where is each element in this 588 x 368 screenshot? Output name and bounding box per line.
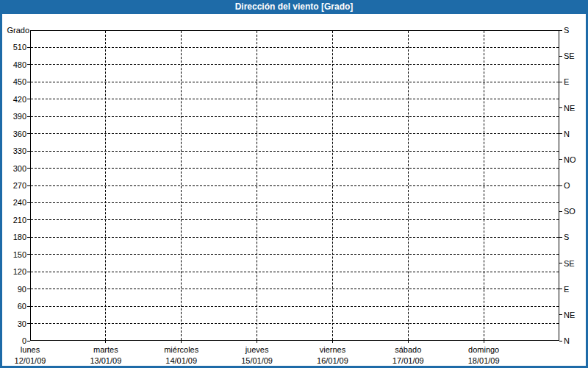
grid-line-horizontal: [31, 116, 559, 117]
y-right-tick-label: E: [564, 77, 569, 86]
y-right-tick-label: NE: [564, 104, 575, 113]
y-right-tick-label: SO: [564, 207, 576, 216]
x-date-label: 15/01/09: [241, 356, 273, 366]
y-left-tick: [27, 254, 30, 255]
y-left-tick-label: 390: [0, 112, 26, 121]
x-tick: [332, 341, 333, 343]
y-left-tick-label: 60: [0, 302, 26, 311]
y-right-tick-label: E: [564, 285, 569, 294]
grid-line-vertical: [484, 31, 484, 340]
y-right-tick-label: S: [564, 26, 569, 35]
y-left-tick-label: 450: [0, 77, 26, 86]
x-date-label: 14/01/09: [165, 356, 197, 366]
grid-line-horizontal: [31, 64, 559, 65]
y-left-tick-label: 90: [0, 285, 26, 294]
y-right-tick-label: O: [564, 181, 570, 190]
x-date-label: 13/01/09: [90, 356, 121, 366]
y-right-tick: [559, 314, 562, 315]
y-left-tick: [27, 219, 30, 220]
y-left-tick-label: 300: [0, 164, 26, 173]
y-right-tick-label: N: [564, 130, 570, 138]
grid-line-vertical: [181, 31, 182, 340]
y-right-tick-label: NO: [564, 155, 576, 164]
grid-line-horizontal: [31, 133, 559, 134]
x-day-label: sábado: [395, 345, 421, 355]
grid-line-horizontal: [31, 99, 559, 99]
y-left-tick: [27, 82, 30, 82]
x-tick: [408, 341, 409, 343]
y-right-tick: [559, 341, 562, 342]
y-left-tick: [27, 185, 30, 186]
y-right-tick: [559, 30, 562, 31]
y-right-tick: [559, 56, 562, 57]
y-left-tick: [27, 99, 30, 99]
y-left-tick-label: 210: [0, 216, 26, 224]
y-right-tick: [559, 211, 562, 212]
grid-line-horizontal: [31, 168, 559, 169]
grid-line-vertical: [332, 31, 333, 340]
y-right-tick-label: N: [564, 336, 570, 345]
y-left-tick: [27, 151, 30, 152]
chart-window: Dirección del viento [Grado] Grado 51048…: [0, 0, 588, 368]
x-tick: [257, 341, 257, 343]
y-right-tick-label: SE: [564, 259, 575, 268]
grid-line-horizontal: [31, 82, 559, 82]
y-left-tick: [27, 133, 30, 134]
grid-line-vertical: [257, 31, 257, 340]
x-tick: [181, 341, 182, 343]
y-left-tick: [27, 289, 30, 289]
y-right-tick: [559, 159, 562, 160]
grid-line-horizontal: [31, 47, 559, 48]
x-date-label: 17/01/09: [392, 356, 424, 366]
grid-line-horizontal: [31, 219, 559, 220]
y-left-tick-label: 360: [0, 130, 26, 138]
grid-line-horizontal: [31, 289, 559, 289]
y-left-tick-label: 240: [0, 198, 26, 207]
y-left-tick: [27, 323, 30, 324]
x-date-label: 16/01/09: [317, 356, 348, 366]
y-right-tick-label: SE: [564, 52, 575, 60]
y-left-tick: [27, 237, 30, 238]
chart-title: Dirección del viento [Grado]: [235, 1, 354, 12]
grid-line-horizontal: [31, 272, 559, 272]
y-axis-unit-label: Grado: [0, 26, 29, 35]
y-right-tick: [559, 289, 562, 289]
y-right-tick: [559, 82, 562, 82]
y-left-tick-label: 30: [0, 319, 26, 328]
grid-line-vertical: [408, 31, 409, 340]
grid-line-horizontal: [31, 323, 559, 324]
y-right-tick: [559, 185, 562, 186]
y-left-tick: [27, 272, 30, 272]
y-left-tick-label: 0: [0, 336, 26, 345]
y-right-tick: [559, 263, 562, 263]
y-left-tick: [27, 306, 30, 307]
x-day-label: domingo: [468, 345, 499, 355]
grid-line-vertical: [105, 31, 106, 340]
x-day-label: viernes: [320, 345, 345, 355]
title-bar: Dirección del viento [Grado]: [0, 0, 588, 14]
grid-line-horizontal: [31, 306, 559, 307]
y-right-tick-label: S: [564, 233, 569, 241]
y-left-tick-label: 330: [0, 146, 26, 155]
y-left-tick: [27, 47, 30, 48]
y-left-tick: [27, 116, 30, 117]
y-right-tick: [559, 133, 562, 134]
y-left-tick-label: 420: [0, 95, 26, 104]
x-day-label: jueves: [245, 345, 269, 355]
x-tick: [484, 341, 484, 343]
y-left-tick-label: 180: [0, 233, 26, 241]
y-left-tick-label: 270: [0, 181, 26, 190]
grid-line-horizontal: [31, 151, 559, 152]
y-left-tick-label: 510: [0, 43, 26, 52]
x-day-label: lunes: [21, 345, 40, 355]
y-left-tick: [27, 341, 30, 342]
y-left-tick: [27, 168, 30, 169]
x-day-label: martes: [93, 345, 118, 355]
y-right-tick-label: NE: [564, 311, 575, 319]
grid-line-horizontal: [31, 254, 559, 255]
x-day-label: miércoles: [164, 345, 198, 355]
y-left-tick-label: 120: [0, 267, 26, 276]
grid-line-horizontal: [31, 202, 559, 203]
x-date-label: 18/01/09: [468, 356, 500, 366]
y-right-tick: [559, 237, 562, 238]
